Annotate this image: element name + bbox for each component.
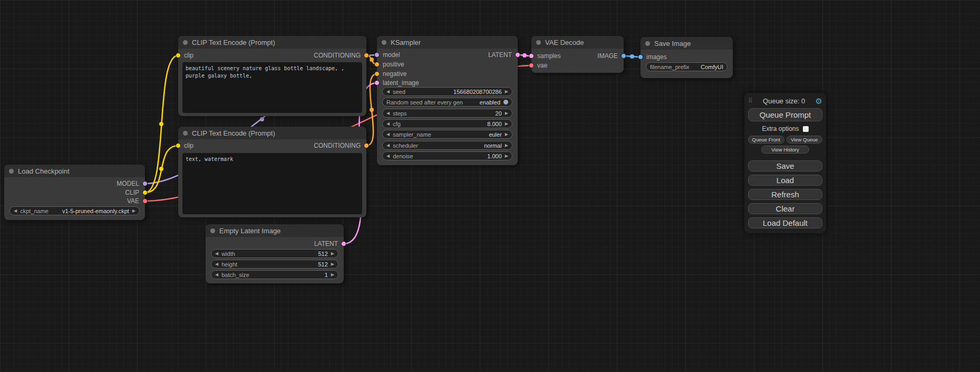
port-image-icon[interactable] <box>621 53 626 59</box>
port-clip-icon[interactable] <box>142 190 148 195</box>
node-titlebar[interactable]: VAE Decode <box>531 36 624 49</box>
node-titlebar[interactable]: CLIP Text Encode (Prompt) <box>178 36 366 49</box>
decrement-arrow-icon[interactable]: ◀ <box>215 252 218 256</box>
port-conditioning-icon[interactable] <box>374 71 380 77</box>
increment-arrow-icon[interactable]: ▶ <box>505 132 508 137</box>
collapse-dot-icon[interactable] <box>536 40 541 45</box>
toggle-dot-icon[interactable] <box>503 100 508 104</box>
node-clip-text-encode-negative[interactable]: CLIP Text Encode (Prompt) clip CONDITION… <box>178 127 366 217</box>
widget-batch-size[interactable]: ◀ batch_size 1 ▶ <box>211 270 338 279</box>
extra-options-checkbox[interactable] <box>803 126 809 132</box>
output-slot-latent[interactable]: LATENT <box>314 240 346 247</box>
node-save-image[interactable]: Save Image images filename_prefix ComfyU… <box>641 37 733 78</box>
decrement-arrow-icon[interactable]: ◀ <box>215 262 218 266</box>
queue-front-button[interactable]: Queue Front <box>748 136 784 144</box>
widget-steps[interactable]: ◀ steps 20 ▶ <box>382 109 512 118</box>
increment-arrow-icon[interactable]: ▶ <box>505 90 508 94</box>
port-vae-icon[interactable] <box>142 198 148 204</box>
input-slot-negative[interactable]: negative <box>374 70 406 78</box>
node-titlebar[interactable]: Load Checkpoint <box>4 165 145 177</box>
port-latent-icon[interactable] <box>341 241 346 246</box>
port-latent-icon[interactable] <box>529 53 534 59</box>
output-slot-clip[interactable]: CLIP <box>125 189 148 196</box>
collapse-dot-icon[interactable] <box>645 41 650 46</box>
input-slot-latent-image[interactable]: latent_image <box>374 79 419 87</box>
output-slot-image[interactable]: IMAGE <box>597 52 626 60</box>
increment-arrow-icon[interactable]: ▶ <box>505 122 508 126</box>
input-slot-clip[interactable]: clip <box>176 52 193 59</box>
output-slot-conditioning[interactable]: CONDITIONING <box>314 52 369 59</box>
decrement-arrow-icon[interactable]: ◀ <box>386 122 390 126</box>
settings-gear-icon[interactable]: ⚙ <box>816 97 822 105</box>
node-load-checkpoint[interactable]: Load Checkpoint MODEL CLIP VAE ◀ ckpt_na… <box>4 165 145 220</box>
node-titlebar[interactable]: KSampler <box>377 36 518 49</box>
prompt-textarea[interactable]: beautiful scenery nature glass bottle la… <box>182 62 362 113</box>
queue-prompt-button[interactable]: Queue Prompt <box>748 108 822 121</box>
collapse-dot-icon[interactable] <box>210 228 215 233</box>
widget-sampler-name[interactable]: ◀ sampler_name euler ▶ <box>382 130 512 139</box>
port-clip-icon[interactable] <box>176 143 181 148</box>
port-image-icon[interactable] <box>638 54 643 60</box>
decrement-arrow-icon[interactable]: ◀ <box>386 111 390 116</box>
output-slot-latent[interactable]: LATENT <box>488 51 520 59</box>
port-vae-icon[interactable] <box>529 63 534 68</box>
input-slot-vae[interactable]: vae <box>529 62 547 69</box>
widget-seed[interactable]: ◀ seed 156680208700286 ▶ <box>382 87 512 96</box>
node-empty-latent-image[interactable]: Empty Latent Image LATENT ◀ width 512 ▶ … <box>206 224 344 283</box>
output-slot-model[interactable]: MODEL <box>117 180 148 187</box>
widget-ckpt-name[interactable]: ◀ ckpt_name v1-5-pruned-emaonly.ckpt ▶ <box>9 206 140 215</box>
port-clip-icon[interactable] <box>176 53 181 58</box>
collapse-dot-icon[interactable] <box>183 40 188 45</box>
increment-arrow-icon[interactable]: ▶ <box>505 154 508 158</box>
node-clip-text-encode-positive[interactable]: CLIP Text Encode (Prompt) clip CONDITION… <box>178 36 366 116</box>
widget-scheduler[interactable]: ◀ scheduler normal ▶ <box>382 141 512 150</box>
decrement-arrow-icon[interactable]: ◀ <box>386 132 390 137</box>
comfyui-canvas[interactable]: { "app": { "name": "ComfyUI node graph" … <box>0 0 980 372</box>
load-default-button[interactable]: Load Default <box>748 217 822 228</box>
widget-width[interactable]: ◀ width 512 ▶ <box>211 249 338 258</box>
increment-arrow-icon[interactable]: ▶ <box>505 144 508 148</box>
port-conditioning-icon[interactable] <box>364 53 369 58</box>
decrement-arrow-icon[interactable]: ◀ <box>215 273 218 277</box>
widget-filename-prefix[interactable]: filename_prefix ComfyUI <box>646 62 727 71</box>
node-vae-decode[interactable]: VAE Decode samples vae IMAGE <box>531 36 624 73</box>
node-titlebar[interactable]: CLIP Text Encode (Prompt) <box>178 127 366 139</box>
input-slot-clip[interactable]: clip <box>176 142 193 149</box>
decrement-arrow-icon[interactable]: ◀ <box>386 144 390 148</box>
node-titlebar[interactable]: Save Image <box>641 37 733 50</box>
drag-handle-icon[interactable]: ⠿ <box>748 97 753 104</box>
view-queue-button[interactable]: View Queue <box>787 136 823 144</box>
output-slot-conditioning[interactable]: CONDITIONING <box>314 142 369 149</box>
port-model-icon[interactable] <box>142 181 148 186</box>
widget-height[interactable]: ◀ height 512 ▶ <box>211 260 338 269</box>
increment-arrow-icon[interactable]: ▶ <box>331 273 334 277</box>
port-conditioning-icon[interactable] <box>364 143 369 148</box>
port-latent-icon[interactable] <box>515 52 520 58</box>
widget-denoise[interactable]: ◀ denoise 1.000 ▶ <box>382 151 512 160</box>
increment-arrow-icon[interactable]: ▶ <box>505 111 508 116</box>
input-slot-images[interactable]: images <box>638 53 667 61</box>
input-slot-samples[interactable]: samples <box>529 52 561 60</box>
increment-arrow-icon[interactable]: ▶ <box>331 262 334 266</box>
decrement-arrow-icon[interactable]: ◀ <box>386 154 390 158</box>
load-button[interactable]: Load <box>748 175 822 186</box>
clear-button[interactable]: Clear <box>748 203 822 214</box>
collapse-dot-icon[interactable] <box>9 169 14 174</box>
port-model-icon[interactable] <box>374 52 380 58</box>
increment-arrow-icon[interactable]: ▶ <box>132 209 135 213</box>
input-slot-positive[interactable]: positive <box>374 61 404 68</box>
save-button[interactable]: Save <box>748 160 822 171</box>
widget-random-seed-toggle[interactable]: Random seed after every gen enabled <box>382 98 512 107</box>
decrement-arrow-icon[interactable]: ◀ <box>386 90 390 94</box>
increment-arrow-icon[interactable]: ▶ <box>331 252 334 256</box>
output-slot-vae[interactable]: VAE <box>127 197 148 205</box>
port-latent-icon[interactable] <box>374 80 380 85</box>
collapse-dot-icon[interactable] <box>183 131 188 136</box>
input-slot-model[interactable]: model <box>374 51 400 59</box>
node-ksampler[interactable]: KSampler model positive negative latent_… <box>377 36 518 165</box>
node-titlebar[interactable]: Empty Latent Image <box>206 224 344 237</box>
widget-cfg[interactable]: ◀ cfg 8.000 ▶ <box>382 119 512 128</box>
view-history-button[interactable]: View History <box>761 146 809 154</box>
port-conditioning-icon[interactable] <box>374 62 380 67</box>
prompt-textarea[interactable]: text, watermark <box>182 153 362 214</box>
